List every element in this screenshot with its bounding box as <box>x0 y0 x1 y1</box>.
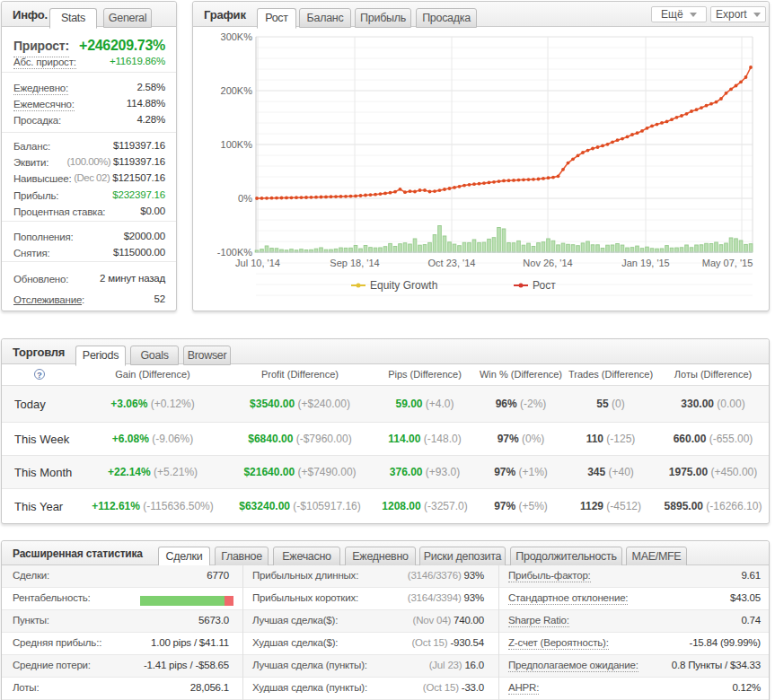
svg-text:300K%: 300K% <box>221 31 253 42</box>
svg-text:Jan 19, '15: Jan 19, '15 <box>621 258 669 268</box>
svg-text:0%: 0% <box>238 193 252 204</box>
svg-text:-100K%: -100K% <box>217 247 252 258</box>
svg-text:Рост: Рост <box>533 279 556 292</box>
svg-text:Oct 23, '14: Oct 23, '14 <box>428 258 476 268</box>
svg-text:Jul 10, '14: Jul 10, '14 <box>235 258 280 268</box>
svg-text:Equity Growth: Equity Growth <box>370 279 437 292</box>
svg-text:200K%: 200K% <box>221 85 253 96</box>
svg-text:Sep 18, '14: Sep 18, '14 <box>330 258 379 268</box>
svg-text:May 07, '15: May 07, '15 <box>702 258 753 268</box>
svg-text:Nov 26, '14: Nov 26, '14 <box>523 258 572 268</box>
svg-text:100K%: 100K% <box>221 139 253 150</box>
